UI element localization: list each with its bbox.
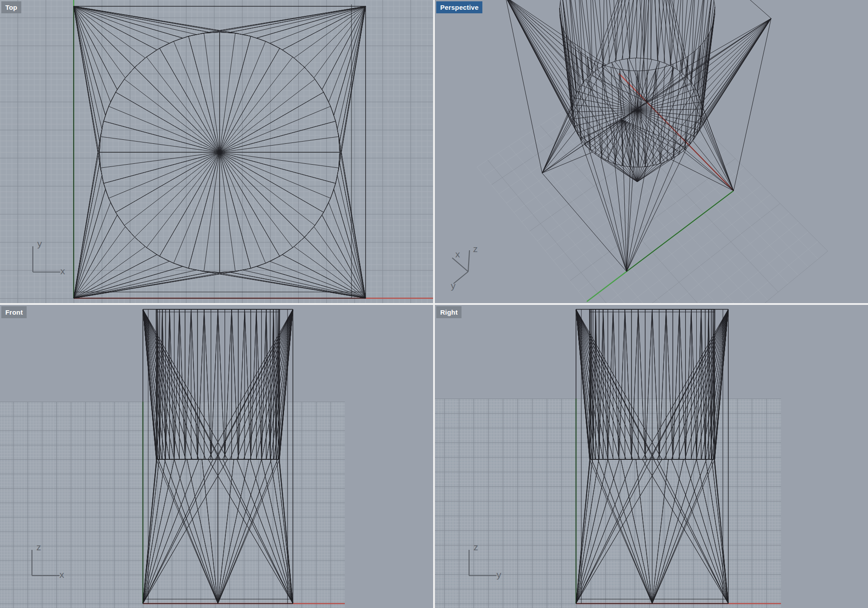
viewport-stage: yxzxyzxzy Top Perspective Front Right xyxy=(0,0,868,608)
scene-svg: yxzxyzxzy xyxy=(0,0,868,608)
viewport-tab-right[interactable]: Right xyxy=(436,306,462,318)
viewport-tab-perspective[interactable]: Perspective xyxy=(436,1,482,13)
svg-text:y: y xyxy=(451,280,456,291)
svg-text:y: y xyxy=(497,569,501,580)
svg-text:x: x xyxy=(59,569,64,580)
viewport-tab-top[interactable]: Top xyxy=(1,1,21,13)
wireframe-model-right xyxy=(576,309,728,604)
svg-text:z: z xyxy=(473,542,478,552)
svg-text:y: y xyxy=(37,238,42,249)
viewport-tab-front[interactable]: Front xyxy=(1,306,27,318)
wireframe-model-top xyxy=(74,6,366,298)
viewport-right[interactable]: zy xyxy=(371,305,868,608)
viewport-front[interactable]: zx xyxy=(0,305,433,608)
svg-text:z: z xyxy=(473,244,478,254)
svg-text:z: z xyxy=(36,542,41,552)
wireframe-model-front xyxy=(143,309,293,604)
svg-text:x: x xyxy=(60,266,65,276)
svg-text:x: x xyxy=(455,249,460,259)
